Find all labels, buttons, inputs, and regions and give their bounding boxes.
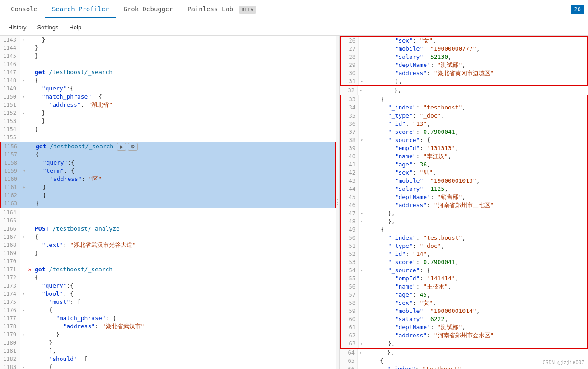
line-content: "query":{: [33, 85, 336, 93]
line-number: 56: [341, 283, 359, 291]
fold-gutter[interactable]: ▸: [358, 86, 364, 95]
line-content: "bool": {: [33, 290, 336, 298]
fold-gutter[interactable]: ▾: [359, 266, 365, 274]
line-content: "address": "河南省郑州市金水区": [365, 331, 587, 340]
line-content: "deptName": "销售部",: [365, 193, 587, 201]
line-content: }: [33, 125, 336, 133]
table-row: 1169 }: [0, 249, 336, 257]
line-number: 33: [341, 95, 359, 104]
list-item: 33 {: [340, 95, 588, 104]
line-content: {: [365, 226, 587, 234]
line-number: 58: [341, 299, 359, 307]
tab-grok-debugger[interactable]: Grok Debugger: [116, 1, 180, 18]
help-button[interactable]: Help: [65, 22, 86, 33]
line-number: 1162: [1, 191, 21, 199]
table-row: 1165: [0, 217, 336, 225]
table-row: 1146: [0, 60, 336, 68]
line-number: 1150: [0, 93, 20, 101]
history-button[interactable]: History: [4, 22, 31, 33]
fold-gutter[interactable]: ▾: [20, 233, 27, 241]
tab-search-profiler[interactable]: Search Profiler: [45, 1, 116, 18]
fold-gutter[interactable]: ▸: [20, 36, 27, 44]
fold-gutter[interactable]: ▾: [20, 93, 27, 101]
line-content: },: [365, 77, 587, 85]
fold-gutter[interactable]: ▾: [20, 290, 27, 298]
list-item: 37 "_score": 0.7900041,: [340, 128, 588, 136]
table-row: 1173 "query":{: [0, 282, 336, 290]
line-number: 64: [340, 349, 358, 357]
list-item: 28 "salary": 52130,: [340, 53, 588, 61]
line-number: 1168: [0, 241, 20, 249]
fold-gutter[interactable]: ▸: [20, 109, 27, 117]
list-item: 66 "_index": "testboost",: [340, 365, 588, 369]
fold-gutter[interactable]: ▸: [21, 183, 28, 191]
list-item: 56 "name": "王技术",: [340, 283, 588, 291]
table-row: 1150▾ "match_phrase": {: [0, 93, 336, 101]
list-item: 30 "address": "湖北省黄冈市边城区": [340, 69, 588, 77]
list-item: 51 "_type": "_doc",: [340, 242, 588, 250]
line-content: },: [364, 86, 588, 95]
line-number: 1165: [0, 217, 20, 225]
line-content: "query":{: [33, 282, 336, 290]
line-content: "empId": "141414",: [365, 274, 587, 283]
line-number: 57: [341, 291, 359, 299]
fold-gutter[interactable]: ▸: [358, 349, 364, 357]
line-number: 27: [341, 45, 359, 53]
fold-gutter[interactable]: ▸: [359, 218, 365, 226]
line-content: "salary": 52130,: [365, 53, 587, 61]
line-number: 1182: [0, 355, 20, 363]
fold-gutter[interactable]: ▾: [20, 76, 27, 85]
line-content: "age": 36,: [365, 161, 587, 169]
fold-gutter[interactable]: ▸: [20, 363, 27, 369]
line-content: }: [34, 191, 335, 199]
table-row: 1152▸ }: [0, 109, 336, 117]
table-row: 1148▾ {: [0, 76, 336, 85]
line-number: 1179: [0, 331, 20, 339]
tab-console[interactable]: Console: [4, 1, 45, 18]
table-row: 1172 {: [0, 274, 336, 282]
line-content: }: [33, 339, 336, 347]
code-editor[interactable]: 1143▸ }1144 }1145 }1146 1147 get /testbo…: [0, 36, 336, 369]
list-item: 47▸ },: [340, 209, 588, 218]
panel-divider[interactable]: ⋮: [336, 36, 340, 369]
line-content: "match_phrase": {: [33, 93, 336, 101]
line-content: "mobile": "19000001014",: [365, 307, 587, 315]
output-editor[interactable]: 26 "sex": "女",27 "mobile": "19000000777"…: [340, 36, 588, 369]
fold-gutter[interactable]: ▸: [359, 209, 365, 218]
table-row: 1176▸ {: [0, 306, 336, 314]
fold-gutter[interactable]: ▾: [21, 167, 28, 175]
fold-gutter[interactable]: ▸: [359, 77, 365, 85]
fold-gutter[interactable]: ▸: [20, 331, 27, 339]
line-content: "address": "湖北省黄冈市边城区": [365, 69, 587, 77]
table-row: 1144 }: [0, 44, 336, 52]
line-number: 1177: [0, 314, 20, 322]
line-content: "name": "李江汉",: [365, 152, 587, 161]
list-item: 52 "_id": "14",: [340, 250, 588, 258]
line-content: "_id": "14",: [365, 250, 587, 258]
line-number: 36: [341, 120, 359, 128]
list-item: 32▸ },: [340, 86, 588, 95]
line-content: "age": 45,: [365, 291, 587, 299]
line-content: get /testboost/_search: [33, 68, 336, 76]
line-number: 39: [341, 144, 359, 152]
line-number: 30: [341, 69, 359, 77]
line-content: "deptName": "测试部",: [365, 61, 587, 69]
fold-gutter[interactable]: ▸: [20, 306, 27, 314]
line-number: 35: [341, 112, 359, 120]
fold-gutter[interactable]: ▸: [359, 340, 365, 348]
fold-gutter[interactable]: ▾: [359, 136, 365, 144]
tab-painless-lab[interactable]: Painless Lab BETA: [180, 1, 263, 18]
settings-button[interactable]: Settings: [33, 22, 63, 33]
table-row: 1162 }: [0, 191, 336, 199]
list-item: 38▾ "_source": {: [340, 136, 588, 144]
line-content: "sex": "男",: [365, 169, 587, 177]
line-content: }: [33, 331, 336, 339]
table-row: 1143▸ }: [0, 36, 336, 44]
list-item: 54▾ "_source": {: [340, 266, 588, 274]
run-button[interactable]: ▶: [117, 143, 126, 151]
settings-button[interactable]: ⚙: [128, 143, 138, 151]
line-number: 1180: [0, 339, 20, 347]
line-content: "_source": {: [365, 266, 587, 274]
line-content: "_index": "testboost",: [365, 104, 587, 112]
line-content: "mobile": "19000001013",: [365, 177, 587, 185]
